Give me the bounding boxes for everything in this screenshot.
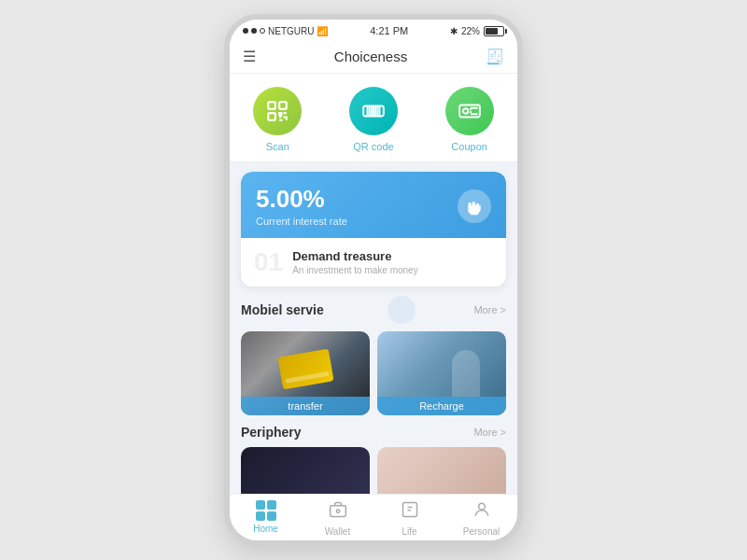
hamburger-icon[interactable]: ☰ xyxy=(243,48,256,65)
status-carrier: NETGURU 📶 xyxy=(243,26,328,36)
treasure-info: Demand treasure An investment to make mo… xyxy=(292,249,418,275)
svg-point-12 xyxy=(463,108,468,113)
svg-point-19 xyxy=(478,503,485,510)
mobile-service-header: Mobiel servie More > xyxy=(241,296,506,324)
interest-rate-value: 5.00% xyxy=(256,185,347,214)
mobile-service-title: Mobiel servie xyxy=(241,302,324,317)
interest-card-top: 5.00% Current interest rate xyxy=(241,172,506,238)
personal-nav-label: Personal xyxy=(463,526,500,537)
service-card-transfer[interactable]: transfer xyxy=(241,331,370,415)
periphery-title: Periphery xyxy=(241,425,302,440)
svg-rect-2 xyxy=(269,113,276,120)
interest-card[interactable]: 5.00% Current interest rate 01 Demand tr… xyxy=(241,172,506,287)
periphery-header: Periphery More > xyxy=(241,425,506,440)
qr-label: QR code xyxy=(353,141,393,152)
wallet-nav-label: Wallet xyxy=(325,526,350,537)
credit-card-icon xyxy=(277,348,333,389)
svg-rect-16 xyxy=(330,506,345,517)
receipt-icon[interactable]: 🧾 xyxy=(486,48,504,65)
home-sq-1 xyxy=(256,500,265,510)
action-qr[interactable]: QR code xyxy=(349,87,398,152)
coupon-circle xyxy=(445,87,494,135)
status-right: ✱ 22% xyxy=(450,26,504,36)
wifi-icon: 📶 xyxy=(317,26,328,36)
mobile-service-more[interactable]: More > xyxy=(473,304,506,315)
section-decoration xyxy=(388,296,416,324)
coupon-label: Coupon xyxy=(451,141,487,152)
bottom-nav: Home Wallet Life xyxy=(230,494,517,540)
treasure-number: 01 xyxy=(254,247,283,277)
signal-dot-1 xyxy=(243,28,248,34)
service-grid: transfer Recharge xyxy=(241,331,506,415)
home-sq-2 xyxy=(267,500,276,510)
signal-dot-3 xyxy=(260,28,265,34)
interest-card-bottom: 01 Demand treasure An investment to make… xyxy=(241,238,506,287)
svg-rect-18 xyxy=(402,503,416,517)
qr-circle xyxy=(349,87,398,135)
nav-personal[interactable]: Personal xyxy=(445,500,517,537)
personal-icon xyxy=(472,500,491,524)
scan-label: Scan xyxy=(266,141,289,152)
periphery-section: Periphery More > xyxy=(241,425,506,494)
person-overlay xyxy=(385,341,499,397)
action-coupon[interactable]: Coupon xyxy=(445,87,494,152)
service-card-recharge[interactable]: Recharge xyxy=(377,331,506,415)
periphery-card-2[interactable] xyxy=(377,447,506,494)
status-bar: NETGURU 📶 4:21 PM ✱ 22% xyxy=(230,20,517,40)
scan-circle xyxy=(253,87,302,135)
transfer-label: transfer xyxy=(241,397,370,415)
svg-point-17 xyxy=(336,510,339,512)
status-time: 4:21 PM xyxy=(370,25,408,36)
life-nav-label: Life xyxy=(402,526,416,537)
card-overlay xyxy=(248,341,362,397)
quick-actions-bar: Scan QR code xyxy=(230,74,517,162)
nav-home[interactable]: Home xyxy=(230,500,302,537)
svg-rect-0 xyxy=(269,102,276,109)
interest-rate-label: Current interest rate xyxy=(256,216,347,227)
bluetooth-icon: ✱ xyxy=(450,26,458,36)
svg-rect-1 xyxy=(279,102,287,109)
main-content: 5.00% Current interest rate 01 Demand tr… xyxy=(230,162,517,494)
phone-frame: NETGURU 📶 4:21 PM ✱ 22% ☰ Choiceness 🧾 xyxy=(224,14,523,546)
mobile-service-section: Mobiel servie More > transfer xyxy=(241,296,506,415)
life-icon xyxy=(401,500,419,524)
periphery-grid xyxy=(241,447,506,494)
battery-percent: 22% xyxy=(461,26,480,36)
recharge-label: Recharge xyxy=(377,397,506,415)
hand-icon xyxy=(458,189,491,223)
home-sq-3 xyxy=(256,511,265,521)
wallet-icon xyxy=(329,500,347,524)
home-icon xyxy=(256,500,276,521)
carrier-name: NETGURU xyxy=(268,26,314,36)
battery-fill xyxy=(486,28,498,35)
action-scan[interactable]: Scan xyxy=(253,87,302,152)
signal-dot-2 xyxy=(251,28,257,34)
app-title: Choiceness xyxy=(334,49,407,64)
nav-wallet[interactable]: Wallet xyxy=(302,500,374,537)
battery-icon xyxy=(484,26,504,36)
person-icon xyxy=(452,350,480,397)
home-nav-label: Home xyxy=(253,524,278,534)
app-header: ☰ Choiceness 🧾 xyxy=(230,40,517,74)
interest-info: 5.00% Current interest rate xyxy=(256,185,347,227)
periphery-more[interactable]: More > xyxy=(473,427,506,438)
home-sq-4 xyxy=(267,511,276,521)
periphery-card-1[interactable] xyxy=(241,447,370,494)
treasure-title: Demand treasure xyxy=(292,249,418,263)
nav-life[interactable]: Life xyxy=(374,500,445,537)
treasure-subtitle: An investment to make money xyxy=(292,265,418,275)
